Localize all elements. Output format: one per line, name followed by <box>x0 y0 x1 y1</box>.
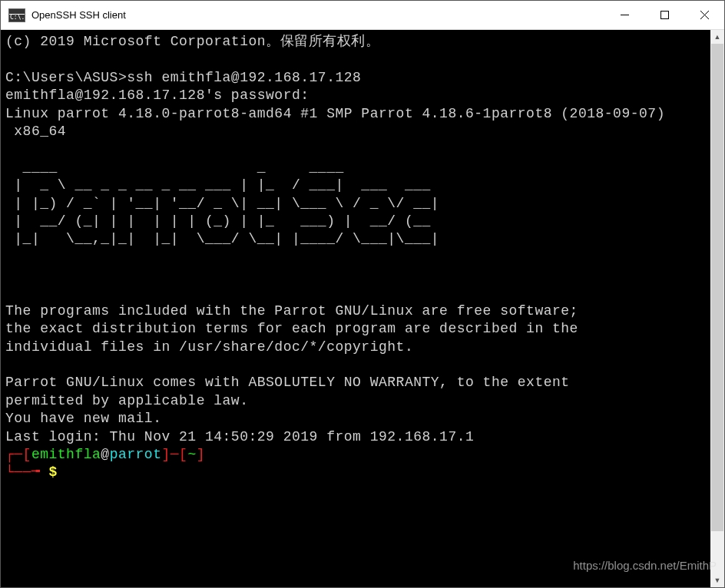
titlebar[interactable]: C:\. OpenSSH SSH client <box>1 1 724 30</box>
ps1-corner: ┌─[ <box>5 447 31 462</box>
scroll-track[interactable] <box>710 44 724 573</box>
minimize-icon <box>621 11 629 19</box>
ps1-path: ~ <box>187 447 196 462</box>
ps1-user: emithfla <box>31 447 101 462</box>
warranty-notice: Parrot GNU/Linux comes with ABSOLUTELY N… <box>5 375 570 408</box>
window-controls <box>604 1 724 29</box>
terminal-area: (c) 2019 Microsoft Corporation。保留所有权利。 C… <box>1 30 724 587</box>
scroll-down-arrow-icon[interactable]: ▼ <box>710 573 724 587</box>
copyright-line: (c) 2019 Microsoft Corporation。保留所有权利。 <box>5 34 379 49</box>
ascii-banner: ____ _ ____ | _ \ __ _ _ __ _ __ ___ | |… <box>5 160 457 247</box>
ps1-open2: [ <box>179 447 187 462</box>
programs-notice: The programs included with the Parrot GN… <box>5 303 578 355</box>
password-prompt: emithfla@192.168.17.128's password: <box>5 88 310 103</box>
ps1-close2: ] <box>197 447 205 462</box>
local-prompt: C:\Users\ASUS> <box>5 70 127 85</box>
close-button[interactable] <box>684 1 724 29</box>
app-window: C:\. OpenSSH SSH client (c) 2019 Microso… <box>0 0 725 588</box>
scroll-up-arrow-icon[interactable]: ▲ <box>710 30 724 44</box>
mail-notice: You have new mail. <box>5 411 161 426</box>
window-title: OpenSSH SSH client <box>31 9 604 21</box>
ps1-dash: ─ <box>170 447 179 462</box>
terminal-output[interactable]: (c) 2019 Microsoft Corporation。保留所有权利。 C… <box>1 30 710 587</box>
last-login: Last login: Thu Nov 21 14:50:29 2019 fro… <box>5 429 474 444</box>
ps1-at: @ <box>101 447 109 462</box>
ps1-dollar: $ <box>49 464 58 480</box>
maximize-icon <box>660 11 669 19</box>
ps1-host: parrot <box>110 447 162 462</box>
svg-rect-1 <box>660 12 668 19</box>
app-icon: C:\. <box>8 8 25 22</box>
ssh-command: ssh emithfla@192.168.17.128 <box>127 70 361 85</box>
scroll-thumb[interactable] <box>711 44 723 531</box>
scrollbar[interactable]: ▲ ▼ <box>710 30 724 587</box>
ps1-close1: ] <box>161 447 170 462</box>
ps1-line2: └──╼ <box>5 464 49 480</box>
close-icon <box>700 11 709 19</box>
minimize-button[interactable] <box>604 1 644 29</box>
maximize-button[interactable] <box>644 1 684 29</box>
kernel-info: Linux parrot 4.18.0-parrot8-amd64 #1 SMP… <box>5 106 665 139</box>
